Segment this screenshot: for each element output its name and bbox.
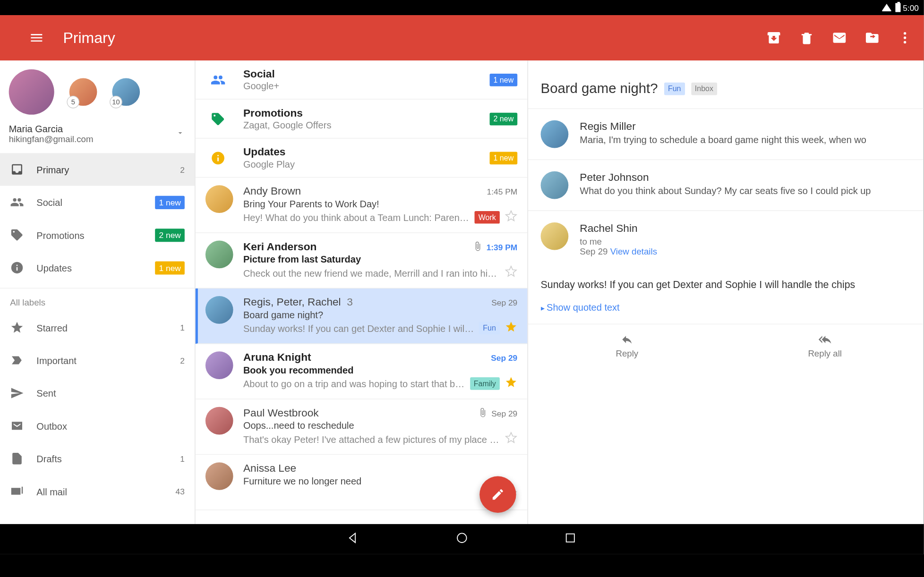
message-body: Sunday works! If you can get Dexter and … [528,268,924,302]
star-toggle[interactable] [505,432,518,447]
sender-name: Peter Johnson [580,171,911,184]
archive-button[interactable] [766,30,781,45]
sender-name: Rachel Shin [580,222,911,235]
current-account-avatar[interactable] [9,69,54,115]
nav-recents-button[interactable] [564,531,577,548]
sidebar-item-important[interactable]: Important 2 [0,344,195,376]
star-toggle[interactable] [505,265,518,280]
sidebar-item-starred[interactable]: Starred 1 [0,311,195,344]
message-collapsed[interactable]: Regis Miller Maria, I'm trying to schedu… [528,109,924,160]
show-quoted-text[interactable]: Show quoted text [528,302,924,324]
overflow-button[interactable] [898,30,913,45]
message-expanded-header[interactable]: Rachel Shin to me Sep 29 View details [528,211,924,268]
menu-button[interactable] [29,30,44,45]
thread-snippet: Sunday works! If you can get Dexter and … [243,323,474,334]
star-icon [10,321,24,334]
sidebar-item-primary[interactable]: Primary 2 [0,153,195,186]
sidebar-item-label: All mail [36,486,175,497]
tag-icon [211,111,226,126]
nav-back-button[interactable] [347,531,360,548]
sidebar-item-social[interactable]: Social 1 new [0,186,195,219]
app-bar: Primary [0,15,924,60]
message-collapsed[interactable]: Peter Johnson What do you think about Su… [528,160,924,211]
category-social[interactable]: Social Google+ 1 new [196,60,528,100]
thread-subject: Bring Your Parents to Work Day! [243,198,517,209]
people-icon [211,72,226,87]
thread-item[interactable]: Aruna KnightSep 29Book you recommendedAb… [196,344,528,399]
move-button[interactable] [864,30,880,45]
sidebar-item-sent[interactable]: Sent [0,377,195,409]
category-updates[interactable]: Updates Google Play 1 new [196,138,528,178]
statusbar-time: 5:00 [903,3,919,12]
sidebar-item-label: Social [36,197,155,208]
sender-avatar [541,222,569,250]
message-to: to me [580,236,602,246]
alt-account-1[interactable]: 5 [69,78,97,106]
attachment-icon [478,407,488,419]
nav-home-button[interactable] [455,531,469,548]
star-toggle[interactable] [505,376,518,391]
star-toggle[interactable] [505,321,518,336]
sidebar-item-label: Important [36,355,180,366]
delete-button[interactable] [799,30,814,45]
thread-from: Andy Brown [243,185,487,198]
thread-from: Regis, Peter, Rachel 3 [243,296,491,309]
category-promotions[interactable]: Promotions Zagat, Google Offers 2 new [196,100,528,139]
send-icon [10,386,24,400]
compose-fab[interactable] [479,476,516,513]
alt-account-2[interactable]: 10 [112,78,140,106]
sender-avatar [541,171,569,199]
account-switcher[interactable]: Maria Garcia hikingfan@gmail.com [0,121,195,153]
mark-unread-button[interactable] [832,30,847,45]
pencil-icon [491,488,505,501]
sidebar-starred-count: 1 [180,323,185,332]
sidebar-item-outbox[interactable]: Outbox [0,409,195,442]
thread-item[interactable]: Andy Brown1:45 PMBring Your Parents to W… [196,178,528,233]
message-snippet: What do you think about Sunday? My car s… [580,185,911,196]
thread-from: Anissa Lee [243,462,517,475]
alt-account-2-badge: 10 [110,96,122,109]
thread-from: Aruna Knight [243,351,491,364]
view-details-link[interactable]: View details [610,246,657,256]
svg-point-5 [457,533,467,543]
sidebar-item-allmail[interactable]: All mail 43 [0,475,195,508]
sidebar: 5 10 Maria Garcia hikingfan@gmail.com [0,60,196,524]
reader-tag-inbox[interactable]: Inbox [691,83,717,95]
thread-item[interactable]: Paul WestbrookSep 29Oops...need to resch… [196,399,528,455]
sidebar-primary-count: 2 [180,165,185,174]
sidebar-section-alllabels: All labels [0,288,195,311]
thread-item[interactable]: Regis, Peter, Rachel 3Sep 29Board game n… [196,288,528,344]
thread-item[interactable]: Keri Anderson1:39 PMPicture from last Sa… [196,233,528,288]
svg-rect-6 [566,534,574,542]
thread-list[interactable]: Social Google+ 1 new Promotions Zagat, G… [196,60,528,524]
reply-all-button[interactable]: Reply all [726,333,924,358]
sidebar-updates-badge: 1 new [155,261,185,274]
reply-button[interactable]: Reply [528,333,726,358]
sidebar-item-label: Starred [36,322,180,333]
sidebar-item-label: Outbox [36,420,184,431]
sidebar-item-updates[interactable]: Updates 1 new [0,251,195,284]
thread-item[interactable]: Anissa LeeFurniture we no longer need [196,455,528,510]
battery-icon [895,3,900,12]
category-name: Updates [243,146,490,159]
star-toggle[interactable] [505,210,518,225]
reader-tag-fun[interactable]: Fun [664,83,685,95]
thread-date: Sep 29 [478,407,517,419]
info-icon [10,261,24,274]
thread-subject: Oops...need to reschedule [243,420,517,431]
appbar-title: Primary [63,29,115,46]
category-promotions-badge: 2 new [489,112,517,125]
mail-icon [832,30,847,45]
thread-subject: Book you recommended [243,365,517,375]
sender-avatar [205,296,233,324]
sidebar-item-drafts[interactable]: Drafts 1 [0,442,195,475]
sender-avatar [205,407,233,435]
sidebar-social-badge: 1 new [155,195,185,209]
thread-label: Family [470,377,500,390]
thread-date: Sep 29 [491,353,517,363]
thread-subject: Picture from last Saturday [243,254,517,265]
sender-avatar [541,120,569,148]
sender-avatar [205,241,233,269]
sidebar-item-promotions[interactable]: Promotions 2 new [0,219,195,251]
sender-avatar [205,351,233,379]
